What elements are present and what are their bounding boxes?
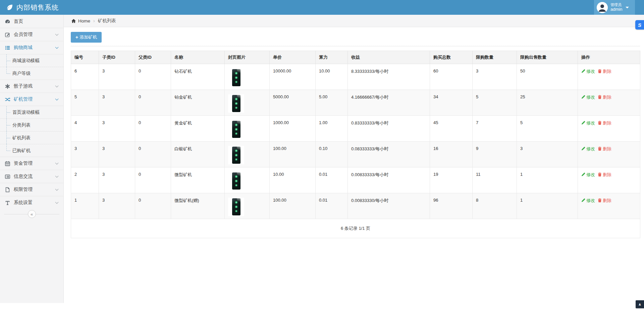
cell-price: 10000.00 xyxy=(270,64,316,90)
sidebar-item[interactable]: 骰子游戏 xyxy=(0,80,63,93)
sidebar-subitem[interactable]: 矿机列表 xyxy=(0,131,63,144)
breadcrumb-home[interactable]: Home xyxy=(78,18,90,23)
cell-parent_id: 0 xyxy=(135,193,171,219)
cell-limit: 11 xyxy=(473,167,517,193)
brand-title: 内部销售系统 xyxy=(16,3,59,12)
sidebar-item[interactable]: 系统设置 xyxy=(0,196,63,209)
tree-connector xyxy=(7,125,10,125)
sidebar-subitem[interactable]: 已购矿机 xyxy=(0,144,63,157)
cell-name: 钻石矿机 xyxy=(171,64,225,90)
cell-parent_id: 0 xyxy=(135,116,171,142)
sidebar-item[interactable]: 首页 xyxy=(0,15,63,28)
cell-income: 4.16666667/每小时 xyxy=(348,90,430,116)
caret-down-icon xyxy=(626,7,629,8)
cell-id: 5 xyxy=(71,90,99,116)
tree-connector xyxy=(7,73,10,74)
shuffle-icon xyxy=(5,97,10,102)
edit-link[interactable]: 修改 xyxy=(581,68,595,74)
cell-income: 0.83333333/每小时 xyxy=(348,116,430,142)
cell-total: 34 xyxy=(430,90,473,116)
leaf-icon xyxy=(6,4,13,11)
cover-image-cell xyxy=(225,142,270,167)
miner-phone-graphic xyxy=(232,95,240,112)
user-name: admin xyxy=(610,7,622,12)
scroll-to-top-button[interactable]: ∧ xyxy=(636,300,644,308)
browser-extension-badge[interactable]: S xyxy=(635,20,644,30)
sidebar-item-label: 骰子游戏 xyxy=(14,83,33,89)
brand: 内部销售系统 xyxy=(0,3,59,12)
miner-phone-graphic xyxy=(232,121,240,138)
delete-link[interactable]: 删除 xyxy=(598,120,611,126)
cell-income: 0.08333333/每小时 xyxy=(348,142,430,167)
delete-link[interactable]: 删除 xyxy=(598,172,611,178)
cell-income: 0.00833330/每小时 xyxy=(348,193,430,219)
sidebar-subitem[interactable]: 商城滚动横幅 xyxy=(0,54,63,67)
breadcrumb-separator: › xyxy=(93,18,95,23)
cell-sell_limit: 25 xyxy=(517,90,578,116)
sidebar-item[interactable]: 购物商城 xyxy=(0,41,63,54)
miner-phone-graphic xyxy=(232,172,240,190)
cell-price: 5000.00 xyxy=(270,90,316,116)
sidebar-subitem-label: 商户等级 xyxy=(12,70,31,76)
edit-link[interactable]: 修改 xyxy=(581,94,595,100)
add-miner-button[interactable]: + 添加矿机 xyxy=(71,32,102,43)
cell-power: 0.01 xyxy=(316,193,348,219)
table-header-row: 编号子类ID父类ID名称封页图片单价算力收益购买总数限购数量限购出售数量操作 xyxy=(71,51,640,64)
edit-link[interactable]: 修改 xyxy=(581,198,595,204)
chevron-down-icon xyxy=(55,97,59,101)
cell-sell_limit: 5 xyxy=(517,116,578,142)
cell-name: 黄金矿机 xyxy=(171,116,225,142)
sidebar-item[interactable]: 会员管理 xyxy=(0,28,63,41)
delete-link[interactable]: 删除 xyxy=(598,198,611,204)
sidebar-item[interactable]: 资金管理 xyxy=(0,157,63,170)
chevron-down-icon xyxy=(55,174,59,178)
cell-parent_id: 0 xyxy=(135,64,171,90)
list-icon xyxy=(5,45,10,51)
cell-power: 5.00 xyxy=(316,90,348,116)
user-menu[interactable]: 管理员 admin xyxy=(594,0,635,15)
breadcrumb-current: 矿机列表 xyxy=(98,18,116,24)
sidebar-item-label: 会员管理 xyxy=(14,32,33,38)
divider xyxy=(71,46,640,46)
sidebar-subitem[interactable]: 首页滚动横幅 xyxy=(0,106,63,118)
cover-image-cell xyxy=(225,116,270,142)
cell-parent_id: 0 xyxy=(135,142,171,167)
file-icon xyxy=(5,187,10,193)
cell-total: 16 xyxy=(430,142,473,167)
chevron-down-icon xyxy=(55,46,59,49)
delete-link[interactable]: 删除 xyxy=(598,94,611,100)
cover-image-cell xyxy=(225,193,270,219)
edit-link[interactable]: 修改 xyxy=(581,146,595,152)
sidebar: 首页会员管理购物商城商城滚动横幅商户等级骰子游戏矿机管理首页滚动横幅分类列表矿机… xyxy=(0,15,64,303)
sidebar-item[interactable]: 权限管理 xyxy=(0,183,63,196)
sidebar-menu: 首页会员管理购物商城商城滚动横幅商户等级骰子游戏矿机管理首页滚动横幅分类列表矿机… xyxy=(0,15,63,209)
delete-link[interactable]: 删除 xyxy=(598,68,611,74)
sidebar-subitem[interactable]: 分类列表 xyxy=(0,118,63,131)
cell-id: 6 xyxy=(71,64,99,90)
miner-image xyxy=(228,198,244,216)
sidebar-item-label: 信息交流 xyxy=(14,173,33,179)
sidebar-item[interactable]: 矿机管理 xyxy=(0,93,63,106)
cell-sell_limit: 1 xyxy=(517,193,578,219)
sidebar-subitem[interactable]: 商户等级 xyxy=(0,67,63,80)
trash-icon xyxy=(598,121,602,126)
table-row: 230微型矿机10.000.010.00833333/每小时19111修改删除 xyxy=(71,167,640,193)
cell-name: 微型矿机(赠) xyxy=(171,193,225,219)
sidebar-item-label: 权限管理 xyxy=(14,187,33,193)
sidebar-subitem-label: 矿机列表 xyxy=(12,135,31,141)
actions-cell: 修改删除 xyxy=(578,64,640,90)
sidebar-item[interactable]: 信息交流 xyxy=(0,170,63,183)
edit-link[interactable]: 修改 xyxy=(581,172,595,178)
tree-connector xyxy=(7,112,10,113)
cell-power: 0.01 xyxy=(316,167,348,193)
cell-sub_id: 3 xyxy=(99,193,135,219)
table-row: 530铂金矿机5000.005.004.16666667/每小时34525修改删… xyxy=(71,90,640,116)
cell-total: 19 xyxy=(430,167,473,193)
column-header: 限购数量 xyxy=(473,51,517,64)
edit-link[interactable]: 修改 xyxy=(581,120,595,126)
delete-link[interactable]: 删除 xyxy=(598,146,611,152)
pencil-icon xyxy=(581,121,585,126)
sidebar-collapse-button[interactable]: « xyxy=(28,210,36,218)
table-row: 630钻石矿机10000.0010.008.33333333/每小时60350修… xyxy=(71,64,640,90)
cell-name: 白银矿机 xyxy=(171,142,225,167)
